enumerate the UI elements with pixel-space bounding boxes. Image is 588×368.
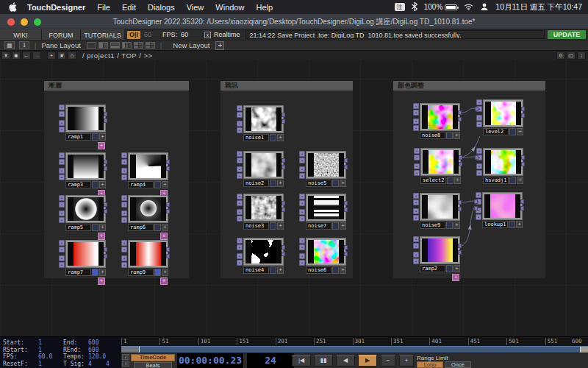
node-flag-icon[interactable]: • xyxy=(299,253,305,259)
node-output-connector[interactable] xyxy=(520,199,524,204)
node-flag-icon[interactable]: • xyxy=(237,121,243,127)
pause-button[interactable]: ▮▮ xyxy=(314,355,333,367)
menu-item-file[interactable]: File xyxy=(91,3,116,12)
node-flag-icon[interactable]: • xyxy=(237,158,243,163)
node-flag-icon[interactable]: • xyxy=(237,173,243,179)
node-name[interactable]: noise2 xyxy=(243,180,269,187)
node-name[interactable]: noise3 xyxy=(243,222,269,230)
menu-item-help[interactable]: Help xyxy=(250,3,279,12)
node-expand-button[interactable]: + xyxy=(517,177,523,184)
node-flag-icon[interactable]: • xyxy=(299,166,305,172)
pane-preset-quad[interactable] xyxy=(134,42,143,49)
node-frame[interactable] xyxy=(420,236,460,264)
bookmark-star-icon[interactable]: ★ xyxy=(57,52,66,60)
node-name[interactable]: select2 xyxy=(420,177,446,184)
node-flag-icon[interactable]: • xyxy=(237,112,243,118)
node-frame[interactable] xyxy=(65,240,106,268)
node-preview[interactable] xyxy=(423,150,459,174)
node-output-connector[interactable] xyxy=(459,155,462,160)
node-flag-icon[interactable]: • xyxy=(299,158,305,163)
ramp-keys-button[interactable]: + xyxy=(98,142,105,149)
menu-item-window[interactable]: Window xyxy=(209,3,250,12)
node-display-flag[interactable] xyxy=(446,265,453,272)
node-flag-icon[interactable]: • xyxy=(299,260,305,266)
node-flag-icon[interactable]: • xyxy=(413,252,419,258)
node-expand-button[interactable]: + xyxy=(453,265,460,272)
node-flag-icon[interactable]: • xyxy=(121,152,127,158)
node-flag-icon[interactable]: • xyxy=(121,262,127,268)
node-name[interactable]: hsvadj1 xyxy=(483,177,509,184)
node-expand-button[interactable]: + xyxy=(454,177,461,184)
group-title-bar[interactable]: 顏色調整 xyxy=(393,81,545,91)
pane-preset-quad-alt[interactable] xyxy=(146,42,155,49)
home-icon[interactable]: ⌂ xyxy=(68,52,76,60)
node-display-flag[interactable] xyxy=(446,222,453,229)
node-select2[interactable]: •••• select2+ xyxy=(414,148,461,184)
node-flag-icon[interactable]: • xyxy=(299,151,305,157)
node-output-connector[interactable] xyxy=(282,252,285,256)
node-output-connector[interactable] xyxy=(344,208,348,212)
node-expand-button[interactable]: + xyxy=(340,222,346,230)
node-output-connector[interactable] xyxy=(166,209,170,213)
node-flag-icon[interactable]: • xyxy=(413,208,419,214)
node-ramp5[interactable]: ••••ramp5++ xyxy=(59,195,106,231)
node-flag-icon[interactable]: • xyxy=(413,258,419,264)
back-icon[interactable]: ← xyxy=(22,52,31,60)
node-flag-icon[interactable]: • xyxy=(413,125,419,131)
node-hsvadj1[interactable]: •••• hsvadj1+ xyxy=(476,148,523,184)
wifi-icon[interactable] xyxy=(464,3,473,12)
forum-button[interactable]: FORUM xyxy=(42,29,81,40)
param-value[interactable]: 120.0 xyxy=(88,353,106,360)
node-output-connector[interactable] xyxy=(104,247,107,252)
node-flag-icon[interactable]: • xyxy=(476,214,481,220)
input-method-icon[interactable]: 注 xyxy=(395,3,405,11)
node-frame[interactable] xyxy=(306,194,346,222)
node-frame[interactable] xyxy=(128,240,168,268)
node-input-connector[interactable] xyxy=(475,107,478,111)
node-output-connector[interactable] xyxy=(458,200,462,205)
node-name[interactable]: ramp6 xyxy=(128,224,154,231)
node-name[interactable]: level2 xyxy=(483,128,509,135)
node-output-connector[interactable] xyxy=(282,113,285,117)
node-frame[interactable] xyxy=(306,151,346,179)
node-name[interactable]: noise5 xyxy=(306,180,331,187)
node-flag-icon[interactable]: • xyxy=(413,118,419,124)
node-name[interactable]: ramp7 xyxy=(65,269,91,276)
node-expand-button[interactable]: + xyxy=(99,224,106,231)
menu-item-app[interactable]: TouchDesigner xyxy=(21,3,91,12)
node-preview[interactable] xyxy=(68,242,104,266)
node-input-connector[interactable] xyxy=(474,206,478,210)
decrement-frame-button[interactable]: − xyxy=(381,355,395,367)
node-output-connector[interactable] xyxy=(521,113,525,118)
node-frame[interactable] xyxy=(243,151,284,179)
node-name[interactable]: ramp5 xyxy=(65,224,91,231)
node-name[interactable]: noise8 xyxy=(420,132,445,139)
stop-icon[interactable]: ■ xyxy=(12,52,21,60)
update-button[interactable]: UPDATE xyxy=(548,30,586,39)
node-frame[interactable] xyxy=(65,105,106,132)
node-display-flag[interactable] xyxy=(270,180,276,187)
node-output-connector[interactable] xyxy=(458,244,462,248)
node-output-connector[interactable] xyxy=(344,252,348,256)
node-preview[interactable] xyxy=(68,107,104,130)
node-output-connector[interactable] xyxy=(166,247,170,252)
node-flag-icon[interactable]: • xyxy=(59,217,65,223)
node-display-flag[interactable] xyxy=(92,133,98,141)
group-title-bar[interactable]: 雜訊 xyxy=(220,81,353,91)
node-preview[interactable] xyxy=(485,102,521,125)
node-expand-button[interactable]: + xyxy=(277,180,284,187)
node-ramp3[interactable]: ••••ramp3++ xyxy=(59,152,106,188)
node-preview[interactable] xyxy=(245,153,282,177)
node-input-connector[interactable] xyxy=(474,199,478,204)
node-output-connector[interactable] xyxy=(344,201,348,205)
node-input-connector[interactable] xyxy=(475,155,478,160)
snapshot-icon[interactable]: ▦ xyxy=(4,41,15,49)
save-layout-icon[interactable]: ↧ xyxy=(19,41,29,49)
node-flag-icon[interactable]: • xyxy=(476,121,482,127)
node-output-connector[interactable] xyxy=(104,209,107,213)
group-title-bar[interactable]: 漸層 xyxy=(44,81,189,91)
node-frame[interactable] xyxy=(420,103,460,131)
node-display-flag[interactable] xyxy=(270,134,276,141)
node-expand-button[interactable]: + xyxy=(99,269,106,276)
node-preview[interactable] xyxy=(130,197,166,221)
